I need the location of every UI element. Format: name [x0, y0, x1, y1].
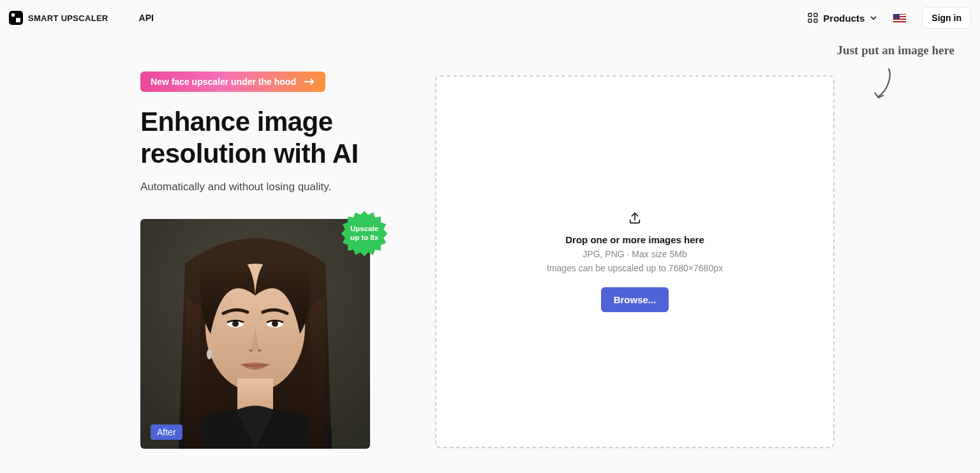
announcement-label: New face upscaler under the hood — [151, 77, 296, 87]
browse-button[interactable]: Browse... — [601, 287, 669, 312]
upload-icon — [628, 211, 642, 225]
arrow-right-icon — [304, 77, 315, 86]
svg-point-9 — [232, 320, 239, 327]
after-label: After — [151, 424, 182, 440]
grid-icon — [808, 13, 818, 23]
upscale-badge: Upscale up to 8x — [341, 210, 388, 257]
brand-name: SMART UPSCALER — [28, 13, 108, 23]
page-title: Enhance image resolution with AI — [140, 106, 408, 169]
header: SMART UPSCALER API Products Sign in — [0, 0, 980, 36]
example-image-block: After Upscale up to 8x — [140, 219, 370, 449]
main: New face upscaler under the hood Enhance… — [0, 36, 980, 473]
svg-rect-2 — [808, 19, 812, 22]
products-label: Products — [823, 13, 865, 24]
left-column: New face upscaler under the hood Enhance… — [140, 71, 408, 449]
chevron-down-icon — [870, 14, 877, 22]
svg-point-13 — [207, 349, 212, 359]
dropzone-subtitle-1: JPG, PNG · Max size 5Mb — [583, 249, 687, 259]
example-after-image — [140, 219, 370, 449]
callout: Just put an image here — [837, 43, 954, 57]
svg-rect-0 — [808, 13, 812, 17]
locale-flag-icon[interactable] — [893, 13, 907, 23]
api-link[interactable]: API — [139, 13, 154, 23]
dropzone[interactable]: Drop one or more images here JPG, PNG · … — [435, 75, 835, 448]
nav-right: Products Sign in — [808, 7, 971, 29]
brand-block[interactable]: SMART UPSCALER — [9, 11, 108, 25]
svg-rect-1 — [814, 13, 817, 17]
svg-point-12 — [258, 349, 262, 352]
svg-point-10 — [272, 320, 278, 327]
badge-line1: Upscale — [350, 225, 378, 234]
right-column: Drop one or more images here JPG, PNG · … — [435, 75, 835, 448]
hand-drawn-arrow-icon — [873, 68, 896, 105]
signin-button[interactable]: Sign in — [922, 7, 971, 29]
badge-line2: up to 8x — [350, 234, 378, 243]
dropzone-subtitle-2: Images can be upscaled up to 7680×7680px — [547, 263, 723, 273]
svg-rect-3 — [814, 19, 817, 22]
callout-text: Just put an image here — [837, 43, 954, 57]
page-subtitle: Automatically and without losing quality… — [140, 181, 408, 193]
dropzone-title: Drop one or more images here — [565, 234, 704, 245]
products-dropdown[interactable]: Products — [808, 13, 877, 24]
svg-point-11 — [249, 349, 253, 352]
upscaler-logo-icon — [9, 11, 23, 25]
announcement-pill[interactable]: New face upscaler under the hood — [140, 71, 325, 92]
